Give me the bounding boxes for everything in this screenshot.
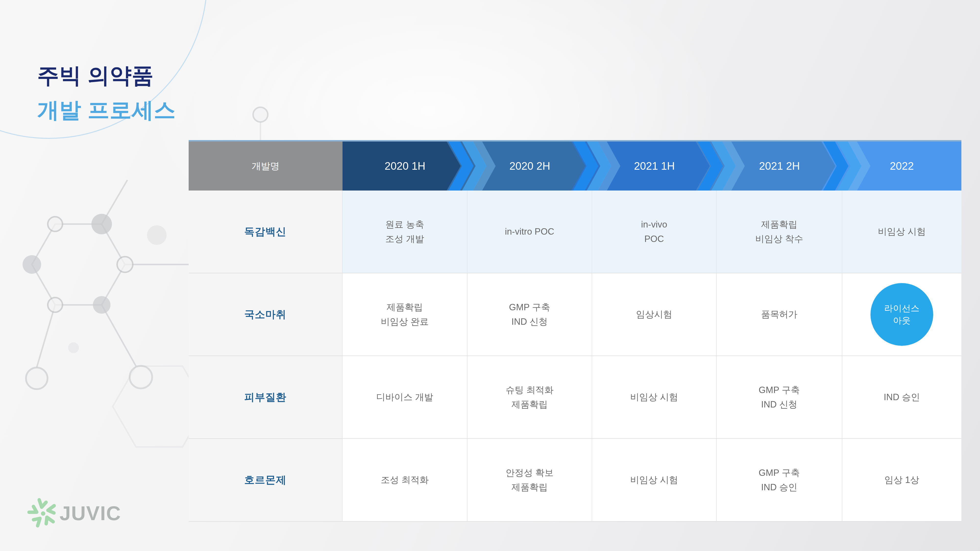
table-cell: GMP 구축 IND 신청 — [717, 356, 842, 439]
table-cell: in-vivo POC — [592, 191, 717, 273]
table-cell: 비임상 시험 — [842, 191, 961, 273]
row-label: 호르몬제 — [189, 439, 342, 522]
header-period-2020-1h: 2020 1H — [342, 141, 468, 191]
header-name-col: 개발명 — [189, 141, 342, 191]
table-cell: 슈팅 최적화 제품확립 — [468, 356, 592, 439]
slide-title-line1: 주빅 의약품 — [37, 58, 176, 93]
table-cell: 비임상 시험 — [592, 439, 717, 522]
row-label: 독감백신 — [189, 191, 342, 273]
header-period-2022: 2022 — [842, 141, 961, 191]
table-cell: 안정성 확보 제품확립 — [468, 439, 592, 522]
row-label: 국소마취 — [189, 273, 342, 356]
table-cell: 조성 최적화 — [342, 439, 468, 522]
table-cell: 제품확립 비임상 완료 — [342, 273, 468, 356]
table-cell: in-vitro POC — [468, 191, 592, 273]
license-out-badge: 라이선스 아웃 — [870, 283, 933, 346]
header-period-2021-2h: 2021 2H — [717, 141, 842, 191]
table-cell: 임상 1상 — [842, 439, 961, 522]
table-cell: IND 승인 — [842, 356, 961, 439]
row-label: 피부질환 — [189, 356, 342, 439]
table-cell: GMP 구축 IND 승인 — [717, 439, 842, 522]
juvic-logo-text: JUVIC — [59, 502, 121, 525]
table-cell: 제품확립 비임상 착수 — [717, 191, 842, 273]
slide: { "slide": { "title": { "line1": "주빅 의약품… — [0, 0, 980, 551]
table-cell: GMP 구축 IND 신청 — [468, 273, 592, 356]
juvic-pinwheel-icon — [27, 497, 58, 530]
timeline-table-body: 독감백신 원료 농축 조성 개발 in-vitro POC in-vivo PO… — [189, 191, 961, 522]
table-cell: 품목허가 — [717, 273, 842, 356]
header-period-2021-1h: 2021 1H — [592, 141, 717, 191]
table-cell: 비임상 시험 — [592, 356, 717, 439]
table-cell: 원료 농축 조성 개발 — [342, 191, 468, 273]
header-period-2020-2h: 2020 2H — [468, 141, 592, 191]
juvic-logo: JUVIC — [27, 497, 121, 530]
slide-title-line2: 개발 프로세스 — [37, 93, 176, 127]
timeline-header: 개발명 2020 1H 2020 2H 2021 1H 2021 2H 2022 — [189, 140, 961, 191]
slide-title: 주빅 의약품 개발 프로세스 — [37, 58, 176, 127]
table-cell: 라이선스 아웃 — [842, 273, 961, 356]
table-cell: 디바이스 개발 — [342, 356, 468, 439]
table-cell: 임상시험 — [592, 273, 717, 356]
